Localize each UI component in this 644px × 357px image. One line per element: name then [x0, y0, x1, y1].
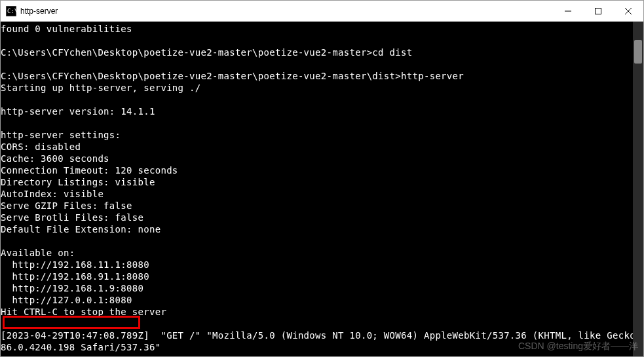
- scrollbar[interactable]: [633, 22, 643, 356]
- maximize-button[interactable]: [583, 1, 613, 21]
- cmd-icon: C:\: [6, 6, 16, 16]
- titlebar[interactable]: C:\ http-server: [1, 1, 643, 22]
- terminal-window: C:\ http-server found 0 vulnerabilities …: [0, 0, 644, 357]
- window-controls: [553, 1, 643, 21]
- svg-rect-3: [596, 8, 601, 14]
- window-title: http-server: [20, 7, 553, 16]
- scrollbar-thumb[interactable]: [634, 40, 642, 64]
- minimize-button[interactable]: [553, 1, 583, 21]
- terminal-area[interactable]: found 0 vulnerabilities C:\Users\CFYchen…: [1, 22, 643, 356]
- svg-text:C:\: C:\: [7, 8, 16, 14]
- close-button[interactable]: [613, 1, 643, 21]
- terminal-output: found 0 vulnerabilities C:\Users\CFYchen…: [1, 22, 643, 353]
